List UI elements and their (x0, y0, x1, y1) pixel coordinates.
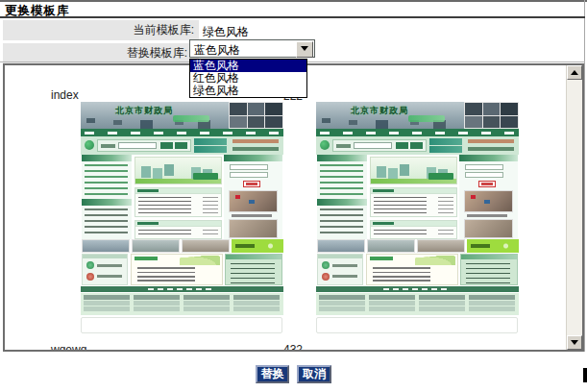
preview-divider-bar (81, 286, 283, 292)
preview-service-banner (467, 239, 519, 253)
preview-photo-strip (81, 239, 283, 253)
text-cursor-artifact (583, 368, 587, 382)
preview-seal-icon (322, 273, 330, 281)
dropdown-option-blue[interactable]: 蓝色风格 (190, 60, 306, 72)
preview-center-column (135, 155, 222, 239)
preview-banner: 北京市财政局 (316, 102, 519, 129)
template-list-panel: index 222 北京市财政局 (3, 63, 584, 352)
chevron-down-icon (301, 46, 308, 51)
preview-banner-traffic (322, 118, 330, 123)
preview-illustration (370, 157, 457, 184)
preview-login-button (160, 142, 173, 149)
template-name: index (51, 88, 79, 102)
preview-login-button (396, 142, 408, 149)
preview-search-row (81, 136, 283, 155)
preview-center-column (370, 155, 457, 239)
preview-photo (229, 190, 278, 212)
arrow-down-icon (571, 340, 578, 345)
preview-footer (81, 293, 283, 315)
preview-footer (316, 293, 519, 315)
replace-template-label-bar: 替换模板库: (3, 43, 199, 63)
preview-illustration (135, 157, 222, 184)
preview-right-column (224, 155, 282, 239)
preview-right-column (459, 155, 518, 239)
preview-blank-area (316, 317, 518, 333)
preview-banner-title: 北京市财政局 (351, 105, 408, 117)
preview-banner-photo-grid (464, 102, 519, 129)
preview-photo (464, 219, 513, 238)
preview-login-input (354, 142, 392, 149)
template-name: wqewq (51, 343, 86, 350)
preview-login-box (97, 139, 191, 152)
preview-nav-bar (81, 129, 283, 136)
preview-main-content (81, 155, 283, 239)
vertical-scrollbar[interactable] (566, 65, 582, 350)
preview-submit-button (243, 181, 260, 187)
preview-seal-icon (86, 261, 94, 269)
style-select-value: 蓝色风格 (194, 42, 240, 59)
preview-news-box (135, 187, 222, 217)
preview-banner-subtitle (408, 115, 445, 122)
style-dropdown-list: 蓝色风格 红色风格 绿色风格 (189, 59, 307, 98)
preview-seal-icon (86, 273, 94, 281)
window-right-border (584, 0, 585, 352)
template-preview-cell: 北京市财政局 (316, 102, 519, 333)
preview-news-box-2 (370, 220, 457, 239)
preview-news-box (370, 187, 457, 217)
replace-button[interactable]: 替换 (256, 365, 289, 383)
title-separator (0, 16, 585, 18)
preview-login-box (332, 139, 427, 152)
preview-photo-strip (316, 239, 519, 253)
preview-seal-icon (322, 261, 330, 269)
preview-login-input (118, 142, 157, 149)
preview-submit-button (478, 181, 496, 187)
cancel-button[interactable]: 取消 (297, 365, 331, 383)
current-template-value: 绿色风格 (203, 24, 249, 40)
preview-lower-boxes (81, 254, 283, 285)
scroll-up-button[interactable] (567, 65, 582, 80)
preview-register-button (410, 142, 423, 149)
preview-logo-icon (320, 140, 330, 150)
preview-lower-boxes (316, 254, 519, 285)
preview-news-box-2 (135, 220, 222, 239)
preview-search-row (316, 136, 519, 155)
preview-photo (464, 190, 513, 212)
preview-main-content (316, 155, 519, 239)
select-dropdown-button[interactable] (296, 41, 313, 58)
preview-nav-bar (316, 129, 519, 136)
preview-banner-title: 北京市财政局 (115, 105, 173, 117)
preview-service-banner (232, 239, 283, 253)
scroll-down-button[interactable] (567, 335, 582, 350)
preview-register-button (175, 142, 187, 149)
arrow-up-icon (571, 70, 578, 75)
template-list-content: index 222 北京市财政局 (5, 65, 567, 350)
preview-banner-subtitle (173, 115, 209, 122)
template-preview: 北京市财政局 (81, 102, 283, 333)
dropdown-option-red[interactable]: 红色风格 (190, 72, 306, 85)
preview-banner-photo-grid (229, 102, 283, 129)
current-template-label: 当前模板库: (134, 22, 194, 38)
current-template-label-bar: 当前模板库: (3, 20, 199, 40)
template-preview-cell: 北京市财政局 (81, 102, 283, 333)
preview-banner: 北京市财政局 (81, 102, 283, 129)
window-top-border (0, 0, 587, 2)
preview-logo-icon (85, 140, 94, 150)
preview-photo (229, 219, 278, 238)
template-name: 432 (283, 343, 303, 350)
preview-left-column (317, 155, 367, 239)
template-preview: 北京市财政局 (316, 102, 519, 333)
dropdown-option-green[interactable]: 绿色风格 (190, 85, 306, 97)
preview-banner-traffic (86, 118, 95, 123)
style-select[interactable]: 蓝色风格 (189, 39, 315, 58)
replace-template-label: 替换模板库: (127, 45, 187, 61)
preview-divider-bar (316, 286, 519, 292)
preview-left-column (82, 155, 132, 239)
preview-blank-area (81, 317, 282, 333)
